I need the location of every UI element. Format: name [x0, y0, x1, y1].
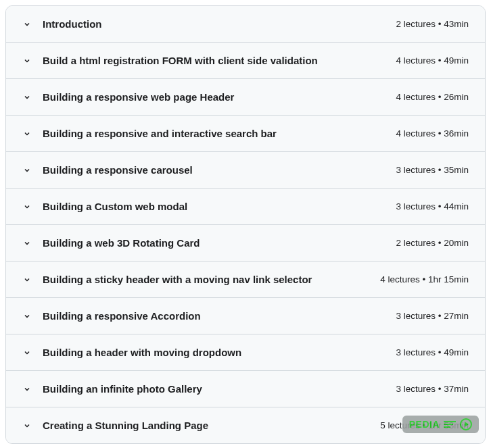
section-meta: 4 lectures • 36min — [396, 128, 469, 139]
section-meta: 3 lectures • 35min — [396, 165, 469, 175]
section-meta: 2 lectures • 43min — [396, 19, 469, 29]
section-meta: 4 lectures • 1hr 15min — [380, 274, 469, 284]
chevron-down-icon — [22, 384, 32, 394]
section-title: Introduction — [43, 17, 385, 31]
chevron-down-icon — [22, 421, 32, 430]
section-meta: 4 lectures • 49min — [396, 55, 469, 66]
chevron-down-icon — [22, 275, 32, 284]
section-row[interactable]: Building a sticky header with a moving n… — [6, 262, 485, 298]
watermark-badge: PEDIA — [402, 416, 479, 433]
chevron-down-icon — [22, 129, 32, 139]
section-row[interactable]: Building a Custom web modal 3 lectures •… — [6, 189, 485, 225]
section-meta: 3 lectures • 44min — [396, 201, 469, 211]
play-icon — [460, 418, 472, 430]
section-title: Build a html registration FORM with clie… — [43, 53, 385, 68]
section-title: Building a responsive Accordion — [43, 309, 385, 323]
section-row[interactable]: Building a responsive Accordion 3 lectur… — [6, 298, 485, 334]
section-meta: 4 lectures • 26min — [396, 92, 469, 102]
section-row[interactable]: Building a responsive and interactive se… — [6, 116, 485, 152]
chevron-down-icon — [22, 312, 32, 321]
chevron-down-icon — [22, 348, 32, 357]
chevron-down-icon — [22, 166, 32, 175]
section-row[interactable]: Building a responsive carousel 3 lecture… — [6, 152, 485, 189]
section-row[interactable]: Building a responsive web page Header 4 … — [6, 79, 485, 116]
section-row[interactable]: Building an infinite photo Gallery 3 lec… — [6, 371, 485, 407]
watermark-text: PEDIA — [409, 419, 440, 430]
chevron-down-icon — [22, 56, 32, 66]
course-sections-list: Introduction 2 lectures • 43min Build a … — [5, 5, 486, 444]
watermark-lines-icon — [444, 421, 456, 428]
section-title: Creating a Stunning Landing Page — [43, 418, 369, 432]
section-meta: 2 lectures • 20min — [396, 238, 469, 248]
section-title: Building an infinite photo Gallery — [43, 382, 385, 396]
section-meta: 3 lectures • 49min — [396, 347, 469, 357]
section-row[interactable]: Build a html registration FORM with clie… — [6, 43, 485, 79]
section-title: Building a sticky header with a moving n… — [43, 272, 369, 287]
section-row[interactable]: Introduction 2 lectures • 43min — [6, 6, 485, 43]
section-title: Building a responsive carousel — [43, 163, 385, 177]
chevron-down-icon — [22, 239, 32, 248]
section-title: Building a responsive web page Header — [43, 90, 385, 104]
section-row[interactable]: Building a web 3D Rotating Card 2 lectur… — [6, 225, 485, 262]
section-title: Building a web 3D Rotating Card — [43, 236, 385, 250]
section-meta: 3 lectures • 37min — [396, 384, 469, 394]
section-title: Building a header with moving dropdown — [43, 345, 385, 359]
chevron-down-icon — [22, 93, 32, 102]
section-title: Building a responsive and interactive se… — [43, 126, 385, 141]
section-row[interactable]: Building a header with moving dropdown 3… — [6, 334, 485, 371]
chevron-down-icon — [22, 20, 32, 29]
chevron-down-icon — [22, 202, 32, 211]
section-title: Building a Custom web modal — [43, 199, 385, 214]
section-meta: 3 lectures • 27min — [396, 311, 469, 321]
